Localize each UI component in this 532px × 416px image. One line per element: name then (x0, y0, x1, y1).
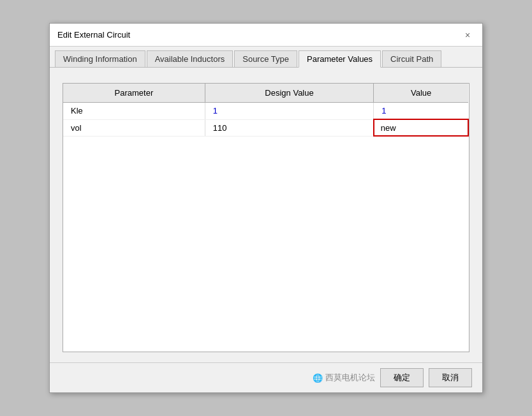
col-header-design-value: Design Value (205, 84, 374, 103)
table-row: vol 110 new (63, 119, 468, 136)
watermark: 🌐 西莫电机论坛 (313, 372, 375, 383)
value-vol-editable[interactable]: new (374, 119, 468, 136)
edit-external-circuit-dialog: Edit External Circuit × Winding Informat… (49, 23, 483, 393)
parameter-table: Parameter Design Value Value Kle 1 1 vol… (63, 84, 469, 137)
watermark-icon: 🌐 (313, 373, 323, 383)
tab-bar: Winding Information Available Inductors … (50, 47, 482, 68)
dialog-title: Edit External Circuit (57, 30, 130, 40)
design-value-kle: 1 (205, 103, 374, 120)
cancel-button[interactable]: 取消 (429, 368, 472, 387)
parameter-table-container: Parameter Design Value Value Kle 1 1 vol… (63, 83, 469, 352)
design-value-vol: 110 (205, 119, 374, 136)
content-area: Parameter Design Value Value Kle 1 1 vol… (50, 68, 482, 362)
param-name-vol: vol (63, 119, 205, 136)
close-button[interactable]: × (461, 28, 475, 42)
title-bar: Edit External Circuit × (50, 24, 482, 47)
tab-available-inductors[interactable]: Available Inductors (147, 50, 233, 67)
confirm-button[interactable]: 确定 (380, 368, 424, 387)
col-header-parameter: Parameter (63, 84, 205, 103)
param-name-kle: Kle (63, 103, 205, 120)
tab-parameter-values[interactable]: Parameter Values (299, 50, 381, 68)
col-header-value: Value (374, 84, 468, 103)
value-kle[interactable]: 1 (374, 103, 468, 120)
tab-winding-information[interactable]: Winding Information (55, 50, 145, 67)
bottom-bar: 🌐 西莫电机论坛 确定 取消 (50, 362, 482, 392)
tab-source-type[interactable]: Source Type (234, 50, 297, 67)
table-row: Kle 1 1 (63, 103, 468, 120)
tab-circuit-path[interactable]: Circuit Path (382, 50, 441, 67)
